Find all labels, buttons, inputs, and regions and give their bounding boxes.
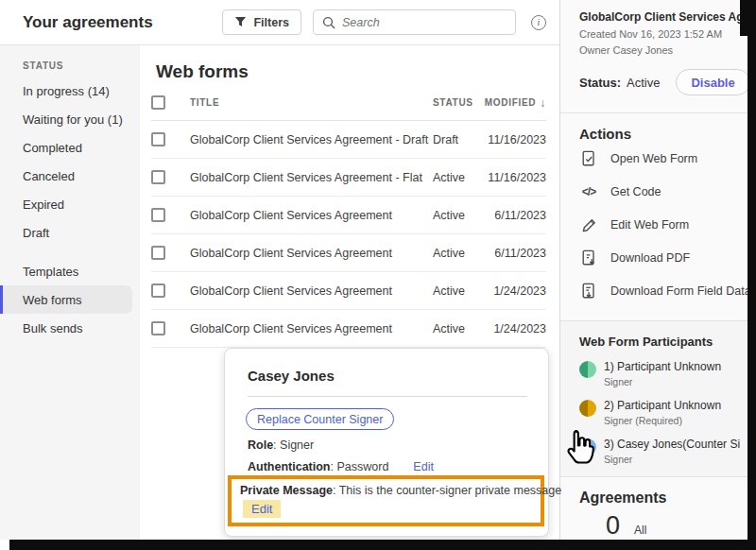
row-modified: 6/11/2023	[478, 247, 546, 260]
action-download-form-field-data[interactable]: Download Form Field Data	[579, 275, 740, 307]
action-download-pdf[interactable]: Download PDF	[579, 242, 740, 274]
participant-role: Signer	[604, 454, 740, 465]
participant-row[interactable]: 1) Participant Unknown Signer	[579, 360, 740, 387]
participant-avatar	[579, 400, 596, 417]
table-row[interactable]: GlobalCorp Client Services Agreement Act…	[151, 272, 546, 310]
row-title: GlobalCorp Client Services Agreement	[190, 322, 433, 335]
screen-edge-top-right	[740, 0, 756, 36]
sidebar-item-templates[interactable]: Templates	[0, 257, 140, 285]
row-status: Active	[433, 209, 478, 222]
row-title: GlobalCorp Client Services Agreement	[190, 209, 433, 222]
column-modified[interactable]: MODIFIED ↓	[478, 96, 546, 110]
filters-button[interactable]: Filters	[222, 9, 301, 35]
table-row[interactable]: GlobalCorp Client Services Agreement Act…	[151, 310, 546, 348]
role-value: : Signer	[273, 438, 314, 452]
participant-role: Signer (Required)	[604, 415, 721, 426]
row-checkbox[interactable]	[151, 208, 165, 222]
row-title: GlobalCorp Client Services Agreement - F…	[190, 171, 433, 184]
participant-role: Signer	[604, 376, 721, 387]
table-row[interactable]: GlobalCorp Client Services Agreement - D…	[151, 121, 546, 159]
role-label: Role	[248, 438, 273, 452]
row-status: Draft	[433, 133, 478, 146]
download-data-icon	[579, 282, 598, 301]
private-message-edit-link[interactable]: Edit	[243, 500, 281, 518]
search-input[interactable]	[342, 16, 484, 29]
info-icon[interactable]: i	[531, 15, 546, 30]
screen-edge-bottom	[9, 540, 756, 550]
sidebar-item-canceled[interactable]: Canceled	[0, 162, 140, 190]
sidebar-item-label: Web forms	[23, 293, 82, 307]
private-message-value: : This is the counter-signer private mes…	[333, 484, 561, 497]
sidebar-item-completed[interactable]: Completed	[0, 133, 140, 162]
row-modified: 11/16/2023	[478, 133, 546, 146]
select-all-checkbox[interactable]	[151, 95, 165, 110]
row-modified: 6/11/2023	[478, 209, 546, 222]
participant-row[interactable]: 2) Participant Unknown Signer (Required)	[579, 399, 740, 426]
actions-heading: Actions	[579, 113, 740, 142]
sidebar-item-in-progress[interactable]: In progress (14)	[0, 77, 140, 105]
action-open-web-form[interactable]: Open Web Form	[579, 143, 740, 175]
panel-participants-section: Web Form Participants 1) Participant Unk…	[560, 321, 747, 477]
row-status: Active	[433, 247, 478, 260]
authentication-edit-link[interactable]: Edit	[413, 460, 434, 473]
participants-heading: Web Form Participants	[579, 321, 740, 349]
row-modified: 1/24/2023	[478, 284, 546, 298]
action-label: Get Code	[610, 185, 662, 198]
action-get-code[interactable]: </> Get Code	[579, 176, 740, 208]
sidebar-item-bulk-sends[interactable]: Bulk sends	[0, 314, 140, 342]
row-status: Active	[433, 171, 478, 184]
sidebar: STATUS In progress (14) Waiting for you …	[0, 45, 140, 540]
row-checkbox[interactable]	[151, 132, 165, 146]
status-row: Status: Active Disable	[579, 69, 740, 95]
search-box[interactable]	[313, 9, 516, 35]
sidebar-item-waiting-for-you[interactable]: Waiting for you (1)	[0, 105, 140, 133]
participant-avatar	[579, 361, 596, 378]
agreements-all-label[interactable]: All	[634, 524, 646, 537]
top-bar: Your agreements Filters i	[0, 0, 559, 45]
action-label: Edit Web Form	[610, 218, 689, 232]
search-icon	[322, 16, 335, 29]
row-modified: 1/24/2023	[478, 322, 546, 335]
private-message-line: Private Message: This is the counter-sig…	[240, 484, 535, 497]
agreement-created: Created Nov 16, 2023 1:52 AM	[579, 28, 740, 40]
action-label: Download PDF	[610, 251, 690, 265]
sidebar-group-gap	[0, 247, 140, 257]
detail-panel: GlobalCorp Client Services Agreement Cre…	[559, 0, 747, 540]
action-edit-web-form[interactable]: Edit Web Form	[579, 209, 740, 241]
participant-row[interactable]: 3) Casey Jones(Counter Signer) Signer	[579, 438, 740, 465]
row-status: Active	[433, 284, 478, 298]
pencil-icon	[579, 215, 598, 234]
row-title: GlobalCorp Client Services Agreement	[190, 284, 433, 298]
column-modified-label: MODIFIED	[485, 97, 537, 108]
row-checkbox[interactable]	[151, 170, 165, 184]
role-line: Role: Signer	[248, 438, 525, 452]
popup-participant-name: Casey Jones	[248, 368, 525, 384]
row-title: GlobalCorp Client Services Agreement - D…	[190, 133, 433, 146]
agreement-title: GlobalCorp Client Services Agreement	[579, 0, 740, 24]
disable-button[interactable]: Disable	[676, 69, 749, 95]
table-header: TITLE STATUS MODIFIED ↓	[151, 85, 546, 121]
row-checkbox[interactable]	[151, 246, 165, 260]
replace-counter-signer-button[interactable]: Replace Counter Signer	[246, 408, 394, 430]
row-checkbox[interactable]	[151, 284, 165, 298]
screen-edge-right	[747, 0, 756, 550]
table-row[interactable]: GlobalCorp Client Services Agreement Act…	[151, 197, 546, 234]
sidebar-item-expired[interactable]: Expired	[0, 190, 140, 218]
authentication-line: Authentication: PasswordEdit	[248, 460, 525, 473]
panel-summary-section: GlobalCorp Client Services Agreement Cre…	[560, 0, 747, 113]
sidebar-item-web-forms[interactable]: Web forms	[0, 285, 132, 314]
row-checkbox[interactable]	[151, 321, 165, 335]
authentication-label: Authentication	[248, 460, 331, 473]
participant-name: 2) Participant Unknown	[604, 399, 721, 412]
filters-button-label: Filters	[253, 16, 289, 29]
column-title[interactable]: TITLE	[190, 97, 433, 108]
participant-name: 1) Participant Unknown	[604, 360, 721, 373]
private-message-label: Private Message	[240, 484, 333, 497]
sidebar-item-draft[interactable]: Draft	[0, 218, 140, 247]
app-window: Your agreements Filters i STATUS In prog…	[0, 0, 756, 550]
table-row[interactable]: GlobalCorp Client Services Agreement - F…	[151, 159, 546, 197]
table-row[interactable]: GlobalCorp Client Services Agreement Act…	[151, 234, 546, 272]
panel-actions-section: Actions Open Web Form </> Get Code Edit …	[560, 113, 747, 321]
page-title: Your agreements	[23, 13, 153, 32]
column-status[interactable]: STATUS	[433, 97, 478, 108]
